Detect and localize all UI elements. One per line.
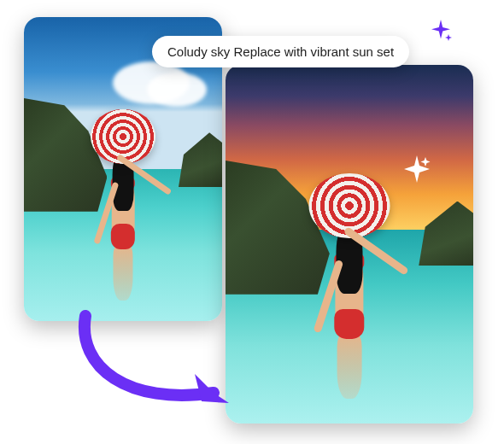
sparkle-icon: [401, 154, 432, 184]
after-scene: [226, 65, 473, 424]
person-figure: [85, 96, 161, 309]
prompt-text: Coludy sky Replace with vibrant sun set: [167, 44, 394, 59]
sparkle-accent-icon: [429, 19, 453, 43]
after-image-card: [226, 65, 473, 424]
prompt-pill: Coludy sky Replace with vibrant sun set: [152, 36, 409, 67]
transform-arrow-icon: [68, 307, 256, 418]
person-figure: [302, 158, 396, 409]
